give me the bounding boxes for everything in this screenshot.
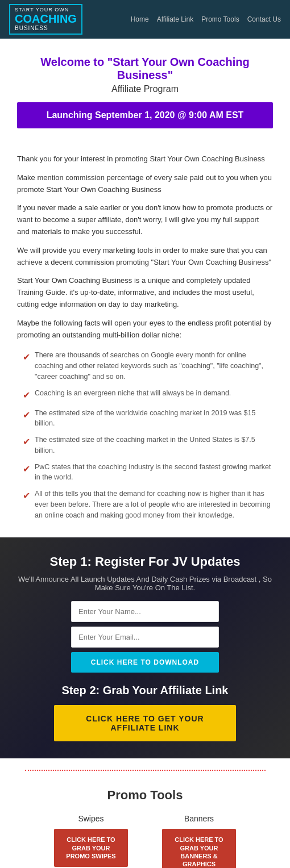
promo-section: Promo Tools Swipes CLICK HERE TO GRAB YO… [0,782,290,868]
launch-bar: Launching September 1, 2020 @ 9:00 AM ES… [17,102,273,128]
checklist-item-1: There are thousands of searches on Googl… [35,350,273,382]
hero-title: Welcome to "Start Your Own Coaching Busi… [17,56,273,82]
nav-home[interactable]: Home [131,15,149,23]
banners-label: Banners [162,814,236,823]
checklist-item-5: PwC states that the coaching industry is… [35,462,273,483]
logo-start: START YOUR OWN [15,7,77,13]
logo-coaching: COACHING [15,12,77,25]
divider-line [25,770,266,771]
nav-contact[interactable]: Contact Us [247,15,281,23]
hero-subtitle: Affiliate Program [17,84,273,94]
banners-button[interactable]: CLICK HERE TO GRAB YOUR BANNERS & GRAPHI… [162,829,236,868]
content-p6: Maybe the following facts will open your… [17,318,273,341]
email-input[interactable] [71,627,219,648]
checklist-item-3: The estimated size of the worldwide coac… [35,408,273,429]
checklist: ✔ There are thousands of searches on Goo… [23,350,273,520]
list-item: ✔ There are thousands of searches on Goo… [23,350,273,382]
list-item: ✔ All of this tells you that the demand … [23,489,273,520]
content-p5: Start Your Own Coaching Business is a un… [17,275,273,310]
check-icon-1: ✔ [23,350,30,364]
logo: START YOUR OWN COACHING BUSINESS [9,4,82,35]
name-input[interactable] [71,601,219,622]
checklist-item-6: All of this tells you that the demand fo… [35,489,273,520]
list-item: ✔ The estimated size of the coaching mar… [23,435,273,456]
checklist-item-4: The estimated size of the coaching marke… [35,435,273,456]
content-p3: If you never made a sale earlier or you … [17,202,273,237]
check-icon-3: ✔ [23,408,30,422]
check-icon-6: ✔ [23,489,30,503]
content-p4: We will provide you every marketing tool… [17,245,273,269]
promo-title: Promo Tools [11,788,279,803]
header: START YOUR OWN COACHING BUSINESS Home Af… [0,0,290,39]
promo-grid: Swipes CLICK HERE TO GRAB YOUR PROMO SWI… [11,814,279,868]
jv-section: Step 1: Register For JV Updates We'll An… [0,537,290,758]
affiliate-link-button[interactable]: CLICK HERE TO GET YOUR AFFILIATE LINK [54,705,236,741]
list-item: ✔ Coaching is an evergreen niche that wi… [23,388,273,402]
divider-1 [0,758,290,782]
hero-title-prefix: Welcome to [40,56,107,68]
step1-title: Step 1: Register For JV Updates [11,554,279,569]
list-item: ✔ PwC states that the coaching industry … [23,462,273,483]
hero-section: Welcome to "Start Your Own Coaching Busi… [0,39,290,140]
check-icon-4: ✔ [23,435,30,449]
list-item: ✔ The estimated size of the worldwide co… [23,408,273,429]
logo-business: BUSINESS [15,25,77,31]
content-section: Thank you for your interest in promoting… [0,140,290,537]
banners-col: Banners CLICK HERE TO GRAB YOUR BANNERS … [162,814,236,868]
check-icon-5: ✔ [23,462,30,476]
checklist-item-2: Coaching is an evergreen niche that will… [35,388,231,399]
nav: Home Affiliate Link Promo Tools Contact … [131,15,281,23]
content-p1: Thank you for your interest in promoting… [17,153,273,165]
content-p2: Make mention commission percentage of ev… [17,172,273,196]
check-icon-2: ✔ [23,389,30,402]
download-button[interactable]: CLICK HERE TO DOWNLOAD [71,652,219,673]
swipes-button[interactable]: CLICK HERE TO GRAB YOUR PROMO SWIPES [54,829,128,867]
swipes-label: Swipes [54,814,128,823]
nav-affiliate[interactable]: Affiliate Link [157,15,193,23]
step1-desc: We'll Announce All Launch Updates And Da… [11,575,279,592]
hero-title-highlight: "Start Your Own Coaching Business" [107,56,250,81]
step2-title: Step 2: Grab Your Affiliate Link [11,684,279,697]
swipes-col: Swipes CLICK HERE TO GRAB YOUR PROMO SWI… [54,814,128,868]
nav-promo[interactable]: Promo Tools [201,15,239,23]
